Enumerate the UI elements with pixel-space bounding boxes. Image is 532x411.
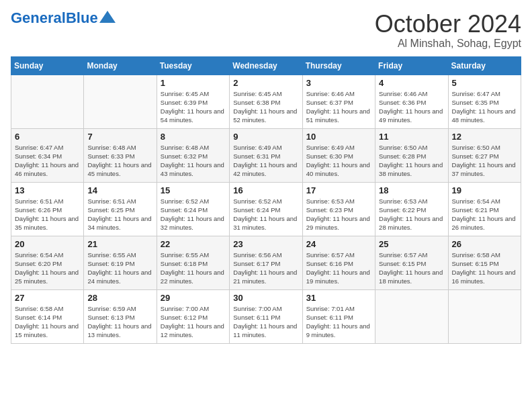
calendar-cell: 15Sunrise: 6:52 AMSunset: 6:24 PMDayligh… xyxy=(157,182,229,236)
cell-info: Sunrise: 6:52 AMSunset: 6:24 PMDaylight:… xyxy=(233,197,298,232)
day-number: 5 xyxy=(452,78,517,88)
day-number: 27 xyxy=(15,293,80,303)
cell-info: Sunrise: 6:51 AMSunset: 6:25 PMDaylight:… xyxy=(87,197,152,232)
calendar-cell: 27Sunrise: 6:58 AMSunset: 6:14 PMDayligh… xyxy=(11,289,84,343)
calendar-cell: 17Sunrise: 6:53 AMSunset: 6:23 PMDayligh… xyxy=(302,182,375,236)
calendar-cell: 30Sunrise: 7:00 AMSunset: 6:11 PMDayligh… xyxy=(230,289,302,343)
cell-info: Sunrise: 6:57 AMSunset: 6:16 PMDaylight:… xyxy=(306,250,371,286)
cell-info: Sunrise: 6:46 AMSunset: 6:37 PMDaylight:… xyxy=(306,89,371,125)
calendar-week-row: 27Sunrise: 6:58 AMSunset: 6:14 PMDayligh… xyxy=(11,289,521,343)
calendar-week-row: 1Sunrise: 6:45 AMSunset: 6:39 PMDaylight… xyxy=(11,75,521,128)
calendar-cell xyxy=(11,75,84,128)
cell-info: Sunrise: 6:53 AMSunset: 6:22 PMDaylight:… xyxy=(379,197,444,232)
day-number: 2 xyxy=(233,78,298,88)
day-number: 14 xyxy=(87,185,152,195)
day-number: 22 xyxy=(161,239,226,249)
calendar-cell: 22Sunrise: 6:55 AMSunset: 6:18 PMDayligh… xyxy=(157,236,229,289)
cell-info: Sunrise: 6:45 AMSunset: 6:38 PMDaylight:… xyxy=(233,89,298,125)
calendar-cell: 19Sunrise: 6:54 AMSunset: 6:21 PMDayligh… xyxy=(448,182,521,236)
calendar-cell: 8Sunrise: 6:48 AMSunset: 6:32 PMDaylight… xyxy=(157,128,229,182)
day-number: 16 xyxy=(233,185,298,195)
day-number: 20 xyxy=(15,239,80,249)
weekday-header: Thursday xyxy=(302,56,375,75)
calendar-cell xyxy=(375,289,448,343)
day-number: 1 xyxy=(161,78,226,88)
calendar-cell: 28Sunrise: 6:59 AMSunset: 6:13 PMDayligh… xyxy=(84,289,157,343)
day-number: 29 xyxy=(161,293,226,303)
calendar-cell: 4Sunrise: 6:46 AMSunset: 6:36 PMDaylight… xyxy=(375,75,448,128)
cell-info: Sunrise: 6:54 AMSunset: 6:20 PMDaylight:… xyxy=(15,250,80,286)
cell-info: Sunrise: 6:47 AMSunset: 6:35 PMDaylight:… xyxy=(452,89,517,125)
calendar-cell: 10Sunrise: 6:49 AMSunset: 6:30 PMDayligh… xyxy=(302,128,375,182)
page-header: GeneralBlue October 2024 Al Minshah, Soh… xyxy=(11,11,521,50)
calendar-cell: 5Sunrise: 6:47 AMSunset: 6:35 PMDaylight… xyxy=(448,75,521,128)
logo-icon xyxy=(99,11,116,23)
weekday-header-row: SundayMondayTuesdayWednesdayThursdayFrid… xyxy=(11,56,521,75)
day-number: 28 xyxy=(87,293,152,303)
location: Al Minshah, Sohag, Egypt xyxy=(375,38,521,50)
weekday-header: Monday xyxy=(84,56,157,75)
cell-info: Sunrise: 6:45 AMSunset: 6:39 PMDaylight:… xyxy=(161,89,226,125)
calendar-cell: 3Sunrise: 6:46 AMSunset: 6:37 PMDaylight… xyxy=(302,75,375,128)
calendar-week-row: 6Sunrise: 6:47 AMSunset: 6:34 PMDaylight… xyxy=(11,128,521,182)
calendar-cell: 29Sunrise: 7:00 AMSunset: 6:12 PMDayligh… xyxy=(157,289,229,343)
cell-info: Sunrise: 7:00 AMSunset: 6:11 PMDaylight:… xyxy=(233,304,298,340)
day-number: 25 xyxy=(379,239,444,249)
day-number: 10 xyxy=(306,132,371,142)
day-number: 7 xyxy=(87,132,152,142)
cell-info: Sunrise: 6:58 AMSunset: 6:15 PMDaylight:… xyxy=(452,250,517,286)
day-number: 23 xyxy=(233,239,298,249)
cell-info: Sunrise: 6:49 AMSunset: 6:30 PMDaylight:… xyxy=(306,143,371,179)
day-number: 30 xyxy=(233,293,298,303)
calendar-week-row: 20Sunrise: 6:54 AMSunset: 6:20 PMDayligh… xyxy=(11,236,521,289)
calendar-cell: 9Sunrise: 6:49 AMSunset: 6:31 PMDaylight… xyxy=(230,128,302,182)
cell-info: Sunrise: 6:50 AMSunset: 6:28 PMDaylight:… xyxy=(379,143,444,179)
cell-info: Sunrise: 6:55 AMSunset: 6:19 PMDaylight:… xyxy=(87,250,152,286)
cell-info: Sunrise: 6:57 AMSunset: 6:15 PMDaylight:… xyxy=(379,250,444,286)
day-number: 6 xyxy=(15,132,80,142)
title-section: October 2024 Al Minshah, Sohag, Egypt xyxy=(375,11,521,50)
cell-info: Sunrise: 6:56 AMSunset: 6:17 PMDaylight:… xyxy=(233,250,298,286)
calendar-cell: 11Sunrise: 6:50 AMSunset: 6:28 PMDayligh… xyxy=(375,128,448,182)
day-number: 8 xyxy=(161,132,226,142)
cell-info: Sunrise: 6:49 AMSunset: 6:31 PMDaylight:… xyxy=(233,143,298,179)
day-number: 19 xyxy=(452,185,517,195)
day-number: 24 xyxy=(306,239,371,249)
cell-info: Sunrise: 6:52 AMSunset: 6:24 PMDaylight:… xyxy=(161,197,226,232)
calendar-cell: 1Sunrise: 6:45 AMSunset: 6:39 PMDaylight… xyxy=(157,75,229,128)
weekday-header: Saturday xyxy=(448,56,521,75)
cell-info: Sunrise: 6:51 AMSunset: 6:26 PMDaylight:… xyxy=(15,197,80,232)
day-number: 18 xyxy=(379,185,444,195)
calendar-cell: 12Sunrise: 6:50 AMSunset: 6:27 PMDayligh… xyxy=(448,128,521,182)
day-number: 12 xyxy=(452,132,517,142)
calendar-cell xyxy=(84,75,157,128)
day-number: 15 xyxy=(161,185,226,195)
svg-marker-0 xyxy=(99,11,116,23)
cell-info: Sunrise: 6:58 AMSunset: 6:14 PMDaylight:… xyxy=(15,304,80,340)
cell-info: Sunrise: 6:53 AMSunset: 6:23 PMDaylight:… xyxy=(306,197,371,232)
day-number: 17 xyxy=(306,185,371,195)
cell-info: Sunrise: 6:46 AMSunset: 6:36 PMDaylight:… xyxy=(379,89,444,125)
calendar-cell: 21Sunrise: 6:55 AMSunset: 6:19 PMDayligh… xyxy=(84,236,157,289)
calendar-cell: 14Sunrise: 6:51 AMSunset: 6:25 PMDayligh… xyxy=(84,182,157,236)
weekday-header: Friday xyxy=(375,56,448,75)
day-number: 9 xyxy=(233,132,298,142)
cell-info: Sunrise: 6:54 AMSunset: 6:21 PMDaylight:… xyxy=(452,197,517,232)
logo-text: GeneralBlue xyxy=(11,11,98,26)
month-title: October 2024 xyxy=(375,11,521,38)
cell-info: Sunrise: 6:55 AMSunset: 6:18 PMDaylight:… xyxy=(161,250,226,286)
cell-info: Sunrise: 6:59 AMSunset: 6:13 PMDaylight:… xyxy=(87,304,152,340)
cell-info: Sunrise: 6:47 AMSunset: 6:34 PMDaylight:… xyxy=(15,143,80,179)
day-number: 31 xyxy=(306,293,371,303)
calendar-cell: 2Sunrise: 6:45 AMSunset: 6:38 PMDaylight… xyxy=(230,75,302,128)
calendar-table: SundayMondayTuesdayWednesdayThursdayFrid… xyxy=(11,56,521,344)
cell-info: Sunrise: 6:48 AMSunset: 6:33 PMDaylight:… xyxy=(87,143,152,179)
weekday-header: Tuesday xyxy=(157,56,229,75)
calendar-cell xyxy=(448,289,521,343)
day-number: 21 xyxy=(87,239,152,249)
calendar-cell: 6Sunrise: 6:47 AMSunset: 6:34 PMDaylight… xyxy=(11,128,84,182)
calendar-cell: 25Sunrise: 6:57 AMSunset: 6:15 PMDayligh… xyxy=(375,236,448,289)
day-number: 3 xyxy=(306,78,371,88)
calendar-cell: 31Sunrise: 7:01 AMSunset: 6:11 PMDayligh… xyxy=(302,289,375,343)
day-number: 13 xyxy=(15,185,80,195)
